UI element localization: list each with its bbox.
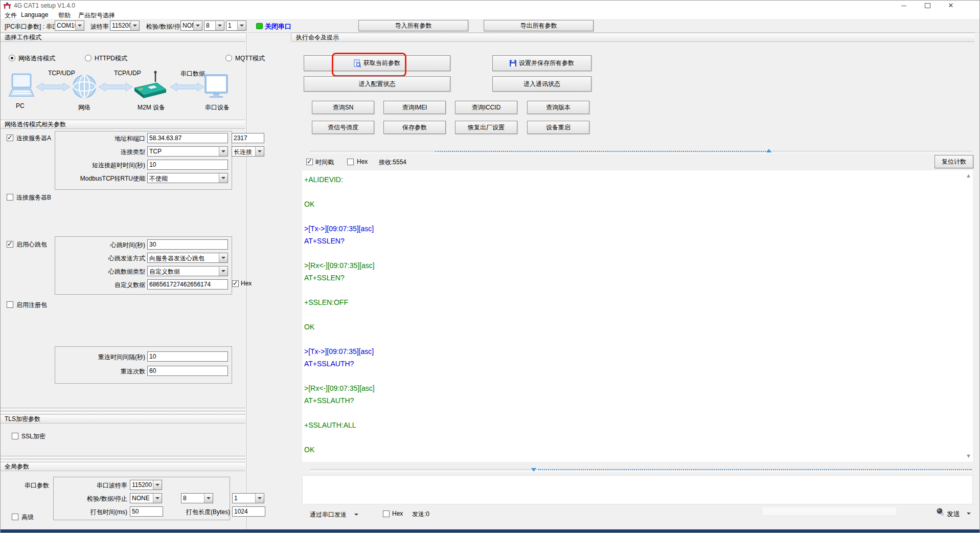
radio-httpd-label: HTTPD模式 bbox=[95, 54, 127, 63]
chevron-down-icon[interactable] bbox=[193, 21, 202, 30]
pack-len-field[interactable]: 1024 bbox=[232, 506, 265, 517]
header-divider bbox=[291, 32, 291, 42]
maximize-icon[interactable] bbox=[919, 1, 936, 11]
radio-mqtt-mode[interactable] bbox=[225, 55, 232, 61]
terminal-line bbox=[304, 407, 973, 419]
query-version-button[interactable]: 查询版本 bbox=[527, 101, 589, 114]
heartbeat-mode-select[interactable]: 向服务器发送心跳包 bbox=[147, 253, 228, 263]
heartbeat-type-label: 心跳数据类型 bbox=[52, 268, 145, 276]
parity-select[interactable]: NONI bbox=[180, 20, 202, 31]
modbus-select[interactable]: 不使能 bbox=[147, 173, 228, 183]
serial-toolbar: [PC串口参数] : 串口号 COM10 波特率 115200 检验/数据/停止… bbox=[1, 19, 979, 33]
register-checkbox[interactable] bbox=[7, 301, 13, 308]
stopbits-select[interactable]: 1 bbox=[226, 20, 246, 31]
pack-time-field[interactable]: 50 bbox=[130, 506, 163, 517]
arrow-icon bbox=[170, 82, 204, 92]
radio-httpd-mode[interactable] bbox=[85, 55, 92, 61]
chevron-down-icon[interactable] bbox=[219, 147, 227, 156]
modbus-value: 不使能 bbox=[149, 174, 219, 183]
chevron-down-icon[interactable] bbox=[75, 21, 84, 30]
send-status-strip bbox=[762, 507, 896, 515]
send-hex-checkbox[interactable] bbox=[383, 510, 390, 517]
query-iccid-button[interactable]: 查询ICCID bbox=[455, 101, 517, 114]
ssl-checkbox[interactable] bbox=[12, 433, 18, 439]
chevron-down-icon[interactable] bbox=[255, 494, 264, 503]
chevron-down-icon[interactable] bbox=[354, 514, 358, 516]
chevron-down-icon[interactable] bbox=[255, 147, 264, 156]
reconnect-count-field[interactable]: 60 bbox=[147, 366, 228, 376]
enter-comm-button[interactable]: 进入通讯状态 bbox=[492, 76, 591, 92]
query-signal-button[interactable]: 查信号强度 bbox=[312, 121, 374, 134]
import-all-label: 导入所有参数 bbox=[395, 21, 432, 30]
minimize-icon[interactable] bbox=[895, 1, 913, 11]
chevron-down-icon[interactable] bbox=[153, 480, 162, 490]
radio-net-transparent-mode[interactable] bbox=[9, 55, 15, 61]
global-parity-select[interactable]: NONE bbox=[130, 493, 162, 503]
short-timeout-field[interactable]: 10 bbox=[147, 160, 228, 170]
heartbeat-type-select[interactable]: 自定义数据 bbox=[147, 266, 228, 276]
scroll-up-icon[interactable]: ▲ bbox=[966, 172, 971, 179]
heartbeat-mode-label: 心跳发送方式 bbox=[52, 254, 145, 263]
server-a-checkbox[interactable] bbox=[7, 135, 13, 141]
keep-alive-select[interactable]: 长连接 bbox=[232, 146, 264, 157]
recv-hex-checkbox[interactable] bbox=[347, 159, 354, 165]
menu-language[interactable]: Language bbox=[21, 11, 48, 18]
import-all-button[interactable]: 导入所有参数 bbox=[358, 20, 468, 31]
reset-count-button[interactable]: 复位计数 bbox=[935, 155, 973, 168]
chevron-down-icon[interactable] bbox=[204, 494, 213, 503]
baud-select[interactable]: 115200 bbox=[110, 20, 140, 31]
databits-select[interactable]: 8 bbox=[204, 20, 224, 31]
heartbeat-hex-checkbox[interactable] bbox=[232, 280, 239, 287]
com-port-value: COM10 bbox=[57, 22, 75, 29]
terminal-output[interactable]: +ALIDEVID:OK>[Tx->][09:07:35][asc]AT+SSL… bbox=[302, 170, 973, 462]
modbus-label: ModbusTCP转RTU使能 bbox=[52, 174, 145, 183]
server-b-checkbox[interactable] bbox=[7, 194, 13, 201]
chevron-down-icon[interactable] bbox=[219, 253, 227, 262]
custom-data-field[interactable]: 686561727462656174 bbox=[147, 279, 228, 290]
server-a-address-field[interactable]: 58.34.63.87 bbox=[147, 133, 228, 143]
advanced-checkbox[interactable] bbox=[12, 514, 18, 520]
chevron-down-icon[interactable] bbox=[215, 21, 224, 30]
chevron-down-icon[interactable] bbox=[130, 21, 139, 30]
chevron-down-icon[interactable] bbox=[219, 173, 227, 183]
server-a-port-field[interactable]: 2317 bbox=[232, 133, 264, 143]
chevron-down-icon[interactable] bbox=[219, 266, 227, 276]
stopbits-value: 1 bbox=[228, 22, 237, 29]
timestamp-checkbox[interactable] bbox=[306, 159, 313, 165]
send-icon[interactable] bbox=[936, 507, 945, 516]
terminal-line bbox=[304, 247, 973, 259]
slider-thumb-icon[interactable] bbox=[766, 149, 771, 152]
export-all-button[interactable]: 导出所有参数 bbox=[484, 20, 594, 31]
send-via-serial-dropdown[interactable]: 通过串口发送 bbox=[310, 510, 347, 519]
app-icon bbox=[4, 3, 11, 9]
heartbeat-hex-label: Hex bbox=[241, 280, 252, 287]
global-stopbits-select[interactable]: 1 bbox=[232, 493, 264, 503]
get-params-button[interactable]: 获取当前参数 bbox=[304, 55, 450, 71]
chevron-down-icon[interactable] bbox=[967, 513, 971, 515]
query-sn-button[interactable]: 查询SN bbox=[312, 101, 374, 114]
app-window: 4G CAT1 setup V1.4.0 ✕ 文件 Language 帮助 产品… bbox=[0, 0, 980, 533]
chevron-down-icon[interactable] bbox=[153, 494, 162, 503]
close-icon[interactable]: ✕ bbox=[942, 1, 960, 11]
slider-thumb-icon[interactable] bbox=[531, 468, 536, 472]
send-button[interactable]: 发送 bbox=[947, 509, 960, 519]
heartbeat-mode-value: 向服务器发送心跳包 bbox=[149, 254, 219, 263]
global-databits-select[interactable]: 8 bbox=[181, 493, 213, 503]
factory-reset-button[interactable]: 恢复出厂设置 bbox=[455, 121, 517, 134]
com-port-select[interactable]: COM10 bbox=[55, 20, 84, 31]
enter-config-button[interactable]: 进入配置状态 bbox=[304, 76, 450, 92]
reconnect-interval-field[interactable]: 10 bbox=[147, 351, 228, 362]
chevron-down-icon[interactable] bbox=[237, 21, 246, 30]
recv-hex-label: Hex bbox=[357, 158, 368, 165]
scroll-down-icon[interactable]: ▼ bbox=[966, 453, 971, 459]
send-input[interactable] bbox=[302, 475, 973, 504]
save-params-button[interactable]: 保存参数 bbox=[383, 121, 446, 134]
global-baud-select[interactable]: 115200 bbox=[130, 480, 162, 490]
conn-type-select[interactable]: TCP bbox=[147, 146, 228, 157]
heartbeat-time-field[interactable]: 30 bbox=[147, 239, 228, 250]
set-save-params-button[interactable]: 设置并保存所有参数 bbox=[492, 55, 591, 71]
device-restart-button[interactable]: 设备重启 bbox=[527, 121, 589, 134]
query-imei-button[interactable]: 查询IMEI bbox=[383, 101, 446, 114]
heartbeat-checkbox[interactable] bbox=[7, 241, 13, 248]
close-port-button[interactable]: 关闭串口 bbox=[265, 22, 291, 31]
